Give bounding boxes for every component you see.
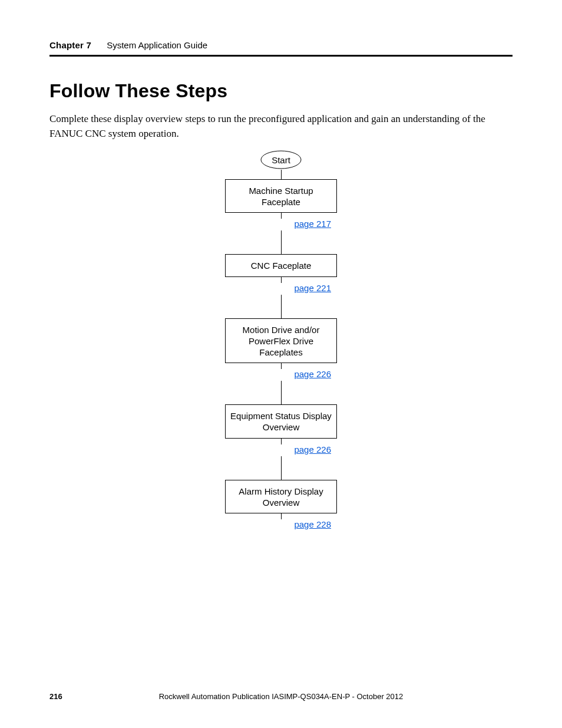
flow-step-label: CNC Faceplate [251, 261, 312, 271]
page-link[interactable]: page 217 [294, 219, 331, 229]
page-title: Follow These Steps [49, 80, 227, 102]
flow-step-box: Alarm History Display Overview [225, 480, 337, 513]
page-footer: 216 Rockwell Automation Publication IASI… [49, 692, 513, 701]
flow-connector [281, 213, 282, 219]
flow-step-box: CNC Faceplate [225, 254, 337, 276]
intro-paragraph: Complete these display overview steps to… [49, 112, 513, 141]
flow-connector [281, 513, 282, 519]
flow-connector [281, 277, 282, 283]
publication-line: Rockwell Automation Publication IASIMP-Q… [49, 692, 513, 701]
document-page: Chapter 7 System Application Guide Follo… [0, 0, 562, 728]
guide-label: System Application Guide [107, 40, 207, 50]
flow-start-node: Start [260, 150, 302, 170]
flow-page-link-row: page 217 [225, 219, 337, 230]
flow-connector [281, 230, 282, 254]
flow-step-box: Equipment Status Display Overview [225, 404, 337, 438]
flow-step-label: Alarm History Display Overview [239, 486, 323, 508]
flow-page-link-row: page 226 [225, 444, 337, 456]
page-link[interactable]: page 228 [294, 519, 331, 529]
flow-step-box: Machine Startup Faceplate [225, 179, 337, 213]
flow-connector [281, 295, 282, 318]
flow-connector [281, 363, 282, 369]
flow-connector [281, 439, 282, 444]
flow-step-label: Equipment Status Display Overview [230, 411, 332, 432]
page-header: Chapter 7 System Application Guide [49, 40, 513, 57]
page-link[interactable]: page 226 [294, 444, 331, 454]
chapter-label: Chapter 7 [49, 40, 91, 50]
flow-connector [281, 170, 282, 179]
publication-prefix: Rockwell Automation Publication IASIMP-Q… [159, 692, 357, 701]
flow-connector [281, 456, 282, 480]
page-link[interactable]: page 221 [294, 283, 331, 293]
flow-connector [281, 381, 282, 404]
flow-step-box: Motion Drive and/or PowerFlex Drive Face… [225, 318, 337, 364]
flow-step-label: Motion Drive and/or PowerFlex Drive Face… [243, 325, 320, 357]
flow-step-label: Machine Startup Faceplate [249, 186, 313, 207]
flowchart: Start Machine Startup Faceplate page 217… [0, 150, 562, 531]
flow-page-link-row: page 226 [225, 369, 337, 381]
page-link[interactable]: page 226 [294, 369, 331, 379]
flow-page-link-row: page 221 [225, 283, 337, 295]
publication-date: October 2012 [356, 692, 403, 701]
flow-start-label: Start [272, 155, 290, 165]
flow-page-link-row: page 228 [225, 519, 337, 531]
